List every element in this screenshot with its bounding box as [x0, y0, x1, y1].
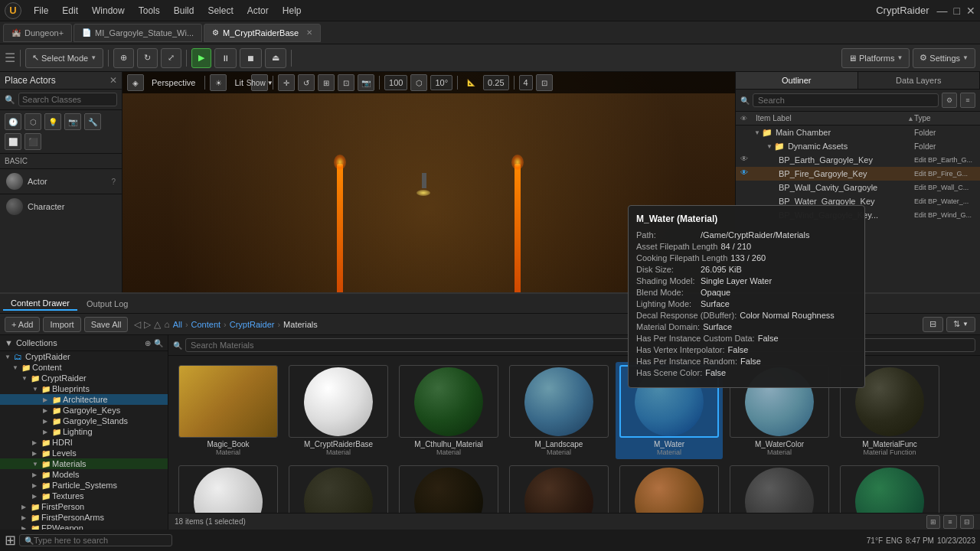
tab-gargoyle[interactable]: 📄 MI_Gargoyle_Statue_Wi...: [74, 24, 202, 42]
transform-translate-button[interactable]: ⊕: [113, 48, 134, 68]
start-button[interactable]: ⊞: [5, 532, 16, 549]
vp-cube-button[interactable]: ⬡: [410, 74, 427, 91]
menu-help[interactable]: Help: [276, 4, 308, 18]
tree-firstperson[interactable]: ▶ 📁 FirstPerson: [0, 501, 168, 512]
menu-actor[interactable]: Actor: [241, 4, 275, 18]
eject-button[interactable]: ⏏: [265, 48, 286, 68]
view-list-button[interactable]: ≡: [943, 515, 957, 529]
menu-file[interactable]: File: [28, 4, 54, 18]
tree-fpweapon[interactable]: ▶ 📁 FPWeapon: [0, 523, 168, 530]
vp-perspective-button[interactable]: ◈: [127, 74, 144, 91]
transform-scale-button[interactable]: ⤢: [161, 48, 181, 68]
tree-particle-systems[interactable]: ▶ 📁 Particle_Systems: [0, 480, 168, 491]
menu-window[interactable]: Window: [86, 4, 131, 18]
view-column-button[interactable]: ⊟: [960, 515, 974, 529]
actor-help-icon[interactable]: ?: [111, 178, 116, 186]
content-item-row2-2[interactable]: Material: [285, 462, 392, 513]
tree-textures[interactable]: ▶ 📁 Textures: [0, 491, 168, 501]
actor-bp-button[interactable]: 🔧: [84, 113, 101, 130]
actor-shapes-button[interactable]: ⬡: [24, 113, 41, 130]
eye-bp-fire-icon[interactable]: 👁: [740, 168, 751, 179]
content-item-landscape[interactable]: M_Landscape Material: [505, 362, 612, 459]
content-item-row2-5[interactable]: Material: [616, 462, 723, 513]
place-actors-close-icon[interactable]: ✕: [109, 75, 117, 86]
tab-dungeon[interactable]: 🏰 Dungeon+: [3, 24, 72, 42]
save-all-button[interactable]: Save All: [84, 317, 129, 332]
vp-lighting-button[interactable]: ☀: [210, 74, 227, 91]
eye-bp-earth-icon[interactable]: 👁: [740, 155, 751, 165]
collections-search-icon[interactable]: 🔍: [154, 339, 163, 347]
outliner-row-bp-fire[interactable]: 👁 BP_Fire_Gargoyle_Key Edit BP_Fire_G...: [736, 167, 980, 181]
outliner-row-bp-wall[interactable]: BP_Wall_Cavity_Gargoyle Edit BP_Wall_C..…: [736, 181, 980, 194]
outliner-row-bp-earth[interactable]: 👁 BP_Earth_Gargoyle_Key Edit BP_Earth_G.…: [736, 153, 980, 167]
eye-bp-wall-icon[interactable]: [740, 182, 751, 193]
select-mode-button[interactable]: ↖ Select Mode ▼: [25, 48, 103, 68]
tree-content[interactable]: ▼ 📁 Content: [0, 362, 168, 373]
up-icon[interactable]: △: [154, 319, 161, 330]
bc-content[interactable]: Content: [191, 320, 221, 329]
tab-cryptraider[interactable]: ⚙ M_CryptRaiderBase ✕: [204, 24, 321, 42]
taskbar-search-input[interactable]: [34, 536, 156, 545]
filter-button[interactable]: ⊟: [923, 317, 943, 332]
tree-blueprints[interactable]: ▼ 📁 Blueprints: [0, 383, 168, 394]
view-grid-button[interactable]: ⊞: [926, 515, 940, 529]
settings-button[interactable]: ⚙ Settings ▼: [913, 48, 975, 68]
content-item-row2-1[interactable]: Material: [175, 462, 282, 513]
forward-icon[interactable]: ▷: [144, 319, 151, 330]
sort-button[interactable]: ⇅ ▼: [946, 317, 975, 332]
outliner-row-main-chamber[interactable]: ▼ 📁 Main Chamber Folder: [736, 126, 980, 139]
tree-models[interactable]: ▶ 📁 Models: [0, 469, 168, 480]
actor-recent-button[interactable]: 🕐: [5, 113, 21, 130]
bc-cryptraider[interactable]: CryptRaider: [230, 320, 275, 329]
bc-all[interactable]: All: [173, 320, 182, 329]
vp-maximize-button[interactable]: ⊡: [536, 74, 553, 91]
tab-data-layers[interactable]: Data Layers: [858, 72, 981, 89]
tree-cryptraider[interactable]: ▼ 🗂 CryptRaider: [0, 351, 168, 362]
back-icon[interactable]: ◁: [134, 319, 141, 330]
menu-edit[interactable]: Edit: [56, 4, 84, 18]
menu-select[interactable]: Select: [201, 4, 239, 18]
content-item-row2-7[interactable]: Material: [836, 462, 943, 513]
content-item-row2-6[interactable]: Material: [726, 462, 833, 513]
tab-output-log[interactable]: Output Log: [79, 298, 136, 310]
content-item-cthulhu[interactable]: M_Cthulhu_Material Material: [395, 362, 502, 459]
home-icon[interactable]: ⌂: [164, 319, 169, 330]
tab-outliner[interactable]: Outliner: [736, 72, 858, 89]
tab-content-drawer[interactable]: Content Drawer: [3, 297, 77, 311]
tree-architecture[interactable]: ▶ 📁 Architecture: [0, 394, 168, 405]
add-button[interactable]: + Add: [5, 317, 40, 332]
tree-gargoyle-stands[interactable]: ▶ 📁 Gargoyle_Stands: [0, 416, 168, 426]
vp-move-button[interactable]: ✛: [278, 74, 295, 91]
character-item[interactable]: Character: [0, 194, 122, 219]
vp-scale2-button[interactable]: ⊞: [318, 74, 335, 91]
eye-dynamic-assets-icon[interactable]: [740, 141, 751, 152]
content-item-magic-book[interactable]: Magic_Book Material: [175, 362, 282, 459]
content-item-row2-4[interactable]: Material: [505, 462, 612, 513]
search-classes-input[interactable]: [18, 93, 117, 106]
tree-materials[interactable]: ▼ 📁 Materials: [0, 458, 168, 469]
play-button[interactable]: ▶: [191, 48, 211, 68]
outliner-settings-button[interactable]: ≡: [960, 93, 975, 108]
close-button[interactable]: ✕: [966, 5, 975, 17]
taskbar-search[interactable]: 🔍: [19, 534, 172, 546]
outliner-search-input[interactable]: [753, 93, 939, 107]
outliner-row-dynamic-assets[interactable]: ▼ 📁 Dynamic Assets Folder: [736, 139, 980, 153]
tree-gargoyle-keys[interactable]: ▶ 📁 Gargoyle_Keys: [0, 405, 168, 416]
transform-rotate-button[interactable]: ↻: [137, 48, 158, 68]
content-item-crypt-raider-base[interactable]: M_CryptRaiderBase Material: [285, 362, 392, 459]
actor-visual-button[interactable]: 📷: [64, 113, 81, 130]
tree-hdri[interactable]: ▶ 📁 HDRI: [0, 437, 168, 448]
tab-close-icon[interactable]: ✕: [306, 28, 312, 37]
stop-button[interactable]: ⏹: [240, 48, 262, 68]
sidebar-toggle-button[interactable]: ☰: [5, 51, 15, 65]
collections-arrow-icon[interactable]: ▼: [5, 338, 13, 347]
pause-button[interactable]: ⏸: [214, 48, 237, 68]
outliner-filter-button[interactable]: ⚙: [942, 93, 957, 108]
platforms-button[interactable]: 🖥 Platforms ▼: [841, 48, 910, 68]
collections-add-icon[interactable]: ⊕: [145, 339, 151, 347]
tree-cryptraider-sub[interactable]: ▼ 📁 CryptRaider: [0, 373, 168, 383]
vp-grid-button[interactable]: ⊡: [338, 74, 354, 91]
minimize-button[interactable]: —: [937, 5, 948, 17]
vp-show-button[interactable]: Show ▼: [251, 74, 268, 91]
vp-rotate2-button[interactable]: ↺: [298, 74, 315, 91]
